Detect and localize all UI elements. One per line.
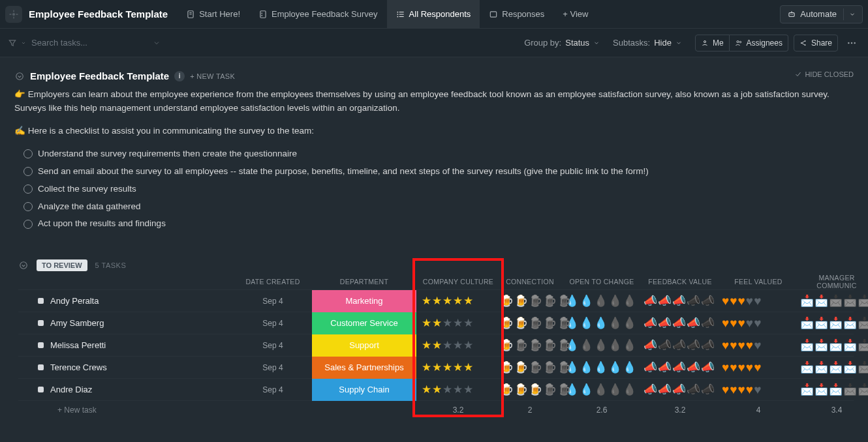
rating-open-to-change[interactable]: 💧💧💧💧💧 [565, 317, 638, 329]
description: 👉 Employers can learn about the employee… [14, 88, 837, 231]
group-header: TO REVIEW 5 TASKS [18, 259, 854, 271]
avg-open: 2.6 [560, 405, 638, 415]
rating-manager-communication[interactable]: 📩📩📩📩📩 [800, 317, 868, 329]
svg-point-10 [790, 14, 791, 14]
checklist-item[interactable]: Send an email about the survey to all em… [23, 165, 837, 179]
workspace-logo[interactable] [5, 6, 22, 23]
me-filter-button[interactable]: Me [695, 35, 730, 52]
page-title: Employee Feedback Template [29, 8, 168, 20]
table-row[interactable]: Andre DiazSep 4Supply Chain★★★★★🍺🍺🍺🍺🍺💧💧💧… [18, 378, 854, 400]
task-status-square[interactable] [38, 387, 44, 392]
rating-connection[interactable]: 🍺🍺🍺🍺🍺 [500, 340, 560, 351]
chevron-down-icon[interactable] [843, 8, 858, 20]
checklist-item[interactable]: Analyze the data gathered [23, 200, 837, 214]
rating-open-to-change[interactable]: 💧💧💧💧💧 [565, 384, 638, 395]
col-company-culture[interactable]: COMPANY CULTURE [416, 278, 495, 286]
assignees-filter-button[interactable]: Assignees [730, 35, 788, 52]
more-menu-button[interactable] [843, 35, 860, 52]
chevron-down-icon[interactable] [21, 40, 26, 46]
rating-company-culture[interactable]: ★★★★★ [422, 317, 495, 329]
task-status-square[interactable] [38, 298, 44, 304]
new-task-button[interactable]: + NEW TASK [190, 72, 235, 80]
rating-connection[interactable]: 🍺🍺🍺🍺🍺 [500, 384, 560, 395]
rating-manager-communication[interactable]: 📩📩📩📩📩 [800, 295, 868, 306]
svg-point-0 [12, 13, 15, 16]
rating-manager-communication[interactable]: 📩📩📩📩📩 [800, 384, 868, 395]
svg-rect-9 [789, 12, 794, 16]
col-feel-valued[interactable]: FEEL VALUED [717, 278, 795, 286]
rating-connection[interactable]: 🍺🍺🍺🍺🍺 [500, 317, 560, 329]
department-tag[interactable]: Customer Service [312, 312, 416, 334]
rating-company-culture[interactable]: ★★★★★ [422, 384, 495, 395]
table-row[interactable]: Andy PeraltaSep 4Marketing★★★★★🍺🍺🍺🍺🍺💧💧💧💧… [18, 289, 854, 312]
checklist-text: Send an email about the survey to all em… [38, 165, 649, 179]
department-tag[interactable]: Support [312, 334, 416, 357]
svg-point-6 [397, 14, 398, 15]
col-connection[interactable]: CONNECTION [495, 278, 560, 286]
rating-feel-valued[interactable]: ♥♥♥♥♥ [722, 361, 795, 374]
rating-feel-valued[interactable]: ♥♥♥♥♥ [722, 339, 795, 351]
tab-start-here[interactable]: Start Here! [177, 0, 249, 29]
rating-feel-valued[interactable]: ♥♥♥♥♥ [722, 383, 795, 396]
rating-connection[interactable]: 🍺🍺🍺🍺🍺 [500, 362, 560, 373]
department-tag[interactable]: Supply Chain [312, 379, 416, 401]
group-collapse-toggle[interactable] [18, 260, 29, 271]
department-tag[interactable]: Marketing [312, 290, 416, 312]
col-open-to-change[interactable]: OPEN TO CHANGE [560, 278, 638, 286]
filter-icon[interactable] [8, 38, 17, 48]
col-date-created[interactable]: DATE CREATED [234, 278, 312, 286]
checklist-text: Analyze the data gathered [38, 200, 141, 214]
table-row[interactable]: Amy SambergSep 4Customer Service★★★★★🍺🍺🍺… [18, 312, 854, 334]
automate-button[interactable]: Automate [780, 5, 863, 23]
rating-company-culture[interactable]: ★★★★★ [422, 362, 495, 373]
group-by-control[interactable]: Group by: Status [524, 38, 600, 48]
chevron-down-circle-icon [19, 261, 28, 270]
task-status-square[interactable] [38, 364, 44, 370]
rating-feel-valued[interactable]: ♥♥♥♥♥ [722, 295, 795, 307]
collapse-toggle[interactable] [14, 71, 25, 81]
new-task-inline-button[interactable]: + New task [38, 405, 97, 415]
task-count-label: 5 TASKS [95, 261, 127, 269]
subtasks-control[interactable]: Subtasks: Hide [613, 38, 682, 48]
rating-connection[interactable]: 🍺🍺🍺🍺🍺 [500, 295, 560, 306]
tab-responses[interactable]: Responses [480, 0, 553, 29]
checklist-text: Understand the survey requirements then … [38, 147, 297, 161]
rating-feedback-value[interactable]: 📣📣📣📣📣 [643, 317, 717, 329]
tab-add-view[interactable]: + View [553, 0, 597, 29]
tab-all-respondents[interactable]: All Respondents [387, 0, 480, 29]
rating-manager-communication[interactable]: 📩📩📩📩📩 [800, 340, 868, 351]
svg-point-15 [801, 42, 802, 44]
col-department[interactable]: DEPARTMENT [312, 278, 416, 286]
rating-feedback-value[interactable]: 📣📣📣📣📣 [643, 384, 717, 395]
rating-company-culture[interactable]: ★★★★★ [422, 295, 495, 306]
rating-feedback-value[interactable]: 📣📣📣📣📣 [643, 362, 717, 373]
date-created-value: Sep 4 [262, 297, 283, 306]
col-manager-communication[interactable]: MANAGER COMMUNIC [795, 274, 868, 289]
rating-company-culture[interactable]: ★★★★★ [422, 340, 495, 351]
share-icon [799, 39, 807, 47]
chevron-down-icon[interactable] [153, 39, 161, 47]
hide-closed-toggle[interactable]: HIDE CLOSED [794, 70, 854, 78]
table-footer-row: + New task 3.2 2 2.6 3.2 4 3.4 [18, 400, 854, 419]
table-row[interactable]: Melissa PerettiSep 4Support★★★★★🍺🍺🍺🍺🍺💧💧💧… [18, 334, 854, 356]
department-tag[interactable]: Sales & Partnerships [312, 357, 416, 379]
share-button[interactable]: Share [794, 35, 838, 52]
task-status-square[interactable] [38, 320, 44, 326]
rating-open-to-change[interactable]: 💧💧💧💧💧 [565, 340, 638, 351]
rating-feedback-value[interactable]: 📣📣📣📣📣 [643, 340, 717, 351]
checklist-item[interactable]: Understand the survey requirements then … [23, 147, 837, 161]
search-input[interactable] [31, 38, 136, 48]
col-feedback-value[interactable]: FEEDBACK VALUE [638, 278, 717, 286]
rating-feedback-value[interactable]: 📣📣📣📣📣 [643, 295, 717, 306]
task-status-square[interactable] [38, 342, 44, 348]
rating-open-to-change[interactable]: 💧💧💧💧💧 [565, 295, 638, 306]
tab-feedback-survey[interactable]: Employee Feedback Survey [249, 0, 387, 29]
status-pill[interactable]: TO REVIEW [37, 259, 87, 271]
rating-feel-valued[interactable]: ♥♥♥♥♥ [722, 317, 795, 329]
info-icon[interactable]: i [174, 71, 185, 81]
table-row[interactable]: Terence CrewsSep 4Sales & Partnerships★★… [18, 356, 854, 378]
checklist-item[interactable]: Act upon the results and findings [23, 217, 837, 231]
checklist-item[interactable]: Collect the survey results [23, 183, 837, 196]
rating-open-to-change[interactable]: 💧💧💧💧💧 [565, 362, 638, 373]
rating-manager-communication[interactable]: 📩📩📩📩📩 [800, 362, 868, 373]
